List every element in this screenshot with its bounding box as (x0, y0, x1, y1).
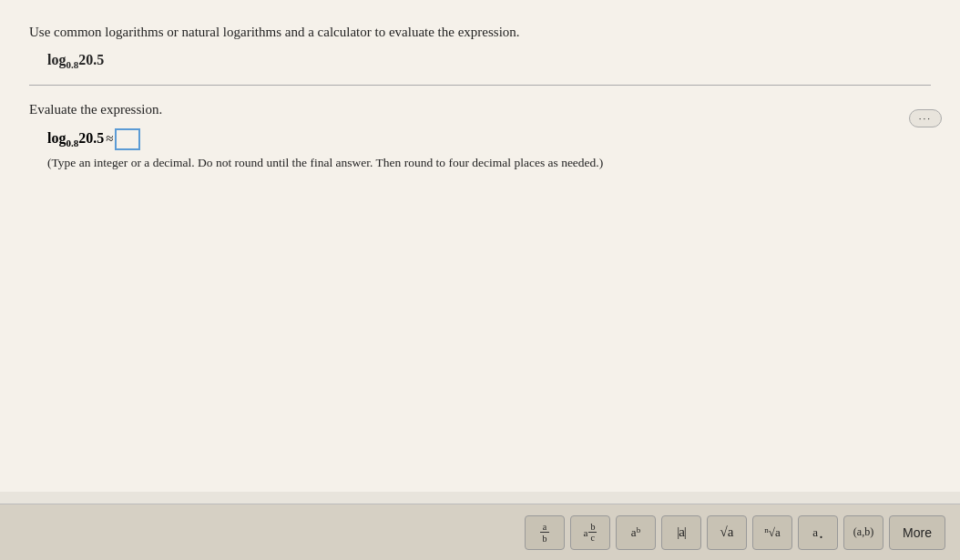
instruction-note: (Type an integer or a decimal. Do not ro… (47, 156, 931, 170)
log-keyword-eval: log (47, 130, 66, 146)
math-toolbar: a b a b c ab |a| √a n√a a. (0, 504, 960, 560)
fraction-icon: a b (540, 522, 550, 544)
absolute-value-icon: |a| (677, 524, 686, 540)
instruction-text: Use common logarithms or natural logarit… (29, 25, 520, 39)
ordered-pair-button[interactable]: (a,b) (843, 515, 883, 550)
log-base: 0.8 (66, 59, 78, 70)
evaluate-label: Evaluate the expression. (29, 102, 931, 117)
decimal-icon: a. (812, 525, 822, 540)
approx-symbol: ≈ (106, 131, 113, 147)
mixed-fraction-button[interactable]: a b c (570, 515, 610, 550)
superscript-icon: ab (631, 525, 640, 540)
square-root-button[interactable]: √a (707, 515, 747, 550)
superscript-button[interactable]: ab (616, 515, 656, 550)
nth-root-button[interactable]: n√a (752, 515, 792, 550)
nth-root-icon: n√a (764, 525, 780, 540)
problem-instruction: Use common logarithms or natural logarit… (29, 22, 931, 43)
problem-expression: log0.820.5 (47, 52, 931, 70)
log-argument: 20.5 (78, 52, 104, 67)
more-toolbar-button[interactable]: More (889, 515, 945, 550)
instruction-note-text: (Type an integer or a decimal. Do not ro… (47, 156, 603, 169)
dots-icon: ··· (919, 113, 932, 124)
evaluate-text: Evaluate the expression. (29, 102, 162, 117)
mixed-fraction-icon: a b c (584, 522, 597, 543)
section-divider (29, 85, 931, 86)
ordered-pair-icon: (a,b) (853, 525, 873, 539)
answer-line: log0.820.5 ≈ (47, 128, 931, 150)
decimal-button[interactable]: a. (798, 515, 838, 550)
square-root-icon: √a (720, 524, 734, 540)
more-options-button[interactable]: ··· (909, 109, 942, 127)
log-keyword: log (47, 52, 66, 67)
more-label: More (903, 525, 932, 540)
fraction-button[interactable]: a b (525, 515, 565, 550)
answer-input-box[interactable] (115, 128, 140, 150)
main-content: Use common logarithms or natural logarit… (0, 0, 960, 492)
log-arg-eval: 20.5 (78, 130, 104, 146)
absolute-value-button[interactable]: |a| (661, 515, 701, 550)
log-base-eval: 0.8 (66, 137, 78, 148)
